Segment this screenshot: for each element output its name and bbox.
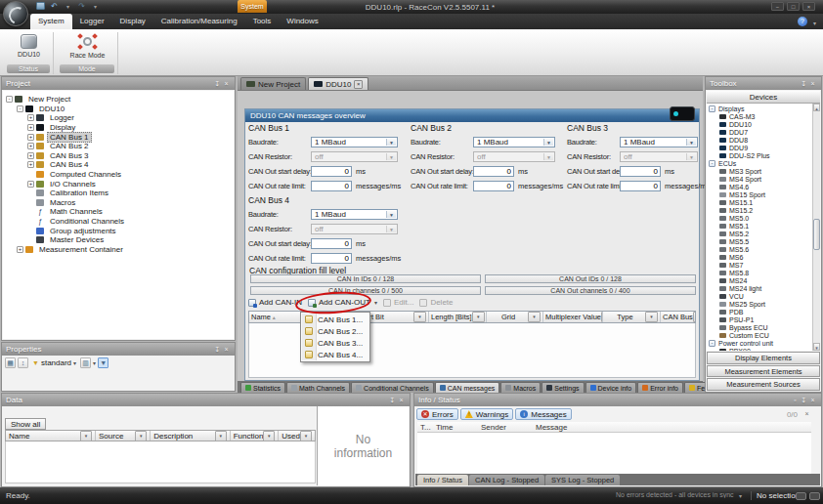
- column-header[interactable]: T...: [417, 422, 433, 432]
- pin-icon[interactable]: [213, 77, 222, 90]
- info-table-body[interactable]: [417, 433, 811, 474]
- tree-item[interactable]: Calibration Items: [3, 189, 234, 198]
- window-control-button[interactable]: □: [787, 2, 800, 11]
- close-icon[interactable]: [808, 394, 817, 406]
- start-delay-input[interactable]: [620, 166, 661, 177]
- device-item[interactable]: PDB: [707, 308, 812, 315]
- category-button[interactable]: Display Elements: [707, 352, 820, 364]
- filter-toggle-button[interactable]: ! Warnings: [460, 408, 514, 420]
- device-tab[interactable]: Macros: [500, 382, 541, 393]
- menu-tab[interactable]: Tools: [245, 14, 280, 29]
- scroll-up-icon[interactable]: [813, 104, 820, 111]
- device-item[interactable]: MS5.1: [707, 222, 812, 230]
- undo-icon[interactable]: [49, 2, 60, 12]
- help-icon[interactable]: ?: [798, 17, 807, 26]
- device-item[interactable]: MS25 Sport: [707, 300, 812, 308]
- tree-item[interactable]: + CAN Bus 3: [3, 151, 234, 161]
- add-can-in-button[interactable]: Add CAN-IN: [248, 298, 302, 307]
- tree-expander-icon[interactable]: +: [27, 124, 34, 131]
- menu-tab[interactable]: Windows: [279, 14, 325, 29]
- toolbox-scrollbar[interactable]: [812, 104, 820, 351]
- tree-item[interactable]: + I/O Channels: [3, 179, 234, 189]
- race-mode-button[interactable]: Race Mode: [58, 34, 117, 59]
- redo-dropdown-icon[interactable]: [90, 2, 101, 12]
- group-expander-icon[interactable]: -: [709, 340, 715, 347]
- menu-item[interactable]: CAN Bus 2...: [302, 325, 368, 337]
- log-tab[interactable]: Info / Status: [417, 475, 468, 485]
- tree-item[interactable]: Macros: [3, 198, 234, 208]
- tree-item[interactable]: + Logger: [3, 113, 234, 123]
- device-tab[interactable]: Statistics: [240, 382, 285, 393]
- device-item[interactable]: - Displays: [707, 105, 812, 112]
- close-icon[interactable]: [808, 77, 817, 90]
- device-item[interactable]: DDU8: [707, 136, 812, 144]
- tree-expander-icon[interactable]: +: [27, 152, 34, 159]
- context-ribbon-tab[interactable]: System: [238, 0, 267, 13]
- baudrate-select[interactable]: 1 MBaud: [311, 137, 398, 147]
- device-item[interactable]: CAS-M3: [707, 112, 812, 120]
- window-control-button[interactable]: −: [771, 2, 784, 11]
- column-header[interactable]: Name: [6, 431, 96, 441]
- filter-select[interactable]: ▼ standard: [30, 358, 78, 367]
- device-tab[interactable]: Device info: [585, 382, 637, 393]
- column-header[interactable]: Sender: [478, 422, 533, 432]
- column-header[interactable]: Multiplexer Value: [543, 312, 603, 322]
- menu-item[interactable]: CAN Bus 1...: [302, 314, 368, 325]
- device-item[interactable]: - Power control unit: [707, 339, 812, 347]
- group-expander-icon[interactable]: -: [709, 160, 715, 167]
- redo-icon[interactable]: [76, 2, 87, 12]
- group-expander-icon[interactable]: -: [709, 105, 715, 112]
- tree-expander-icon[interactable]: +: [27, 143, 34, 149]
- rate-limit-input[interactable]: [311, 253, 352, 264]
- data-table-body[interactable]: [5, 441, 316, 483]
- device-item[interactable]: DDU10: [707, 120, 812, 128]
- device-item[interactable]: VCU: [707, 292, 812, 300]
- tree-item[interactable]: Group adjustments: [3, 226, 234, 235]
- rate-limit-input[interactable]: [620, 181, 661, 191]
- pin-icon[interactable]: [800, 77, 808, 90]
- rate-limit-input[interactable]: [311, 181, 352, 191]
- tree-expander-icon[interactable]: -: [17, 105, 23, 112]
- device-item[interactable]: MS5.2: [707, 230, 812, 237]
- device-item[interactable]: MS5.6: [707, 245, 812, 253]
- tree-expander-icon[interactable]: +: [27, 134, 34, 141]
- tree-item[interactable]: + CAN Bus 1: [3, 132, 234, 142]
- device-tab[interactable]: Math Channels: [286, 382, 350, 393]
- device-item[interactable]: MS7: [707, 261, 812, 269]
- device-item[interactable]: Custom ECU: [707, 331, 812, 339]
- device-tab[interactable]: Conditional Channels: [351, 382, 434, 393]
- tree-expander-icon[interactable]: +: [27, 114, 34, 121]
- filter-toggle-button[interactable]: ✕ Errors: [416, 408, 458, 420]
- show-all-button[interactable]: Show all: [5, 418, 46, 430]
- tree-expander-icon[interactable]: +: [27, 161, 34, 168]
- log-tab[interactable]: SYS Log - Stopped: [545, 475, 620, 485]
- clear-icon[interactable]: [802, 410, 811, 417]
- menu-tab[interactable]: Calibration/Measuring: [153, 14, 245, 29]
- rate-limit-input[interactable]: [473, 181, 514, 191]
- tree-item[interactable]: Computed Channels: [3, 170, 234, 180]
- edit-button[interactable]: Edit...: [383, 298, 413, 307]
- tree-item[interactable]: - DDU10: [3, 105, 234, 114]
- device-item[interactable]: MS15 Sport: [707, 190, 812, 198]
- devices-header-button[interactable]: Devices: [707, 91, 820, 104]
- column-header[interactable]: Time: [433, 422, 478, 432]
- menu-tab[interactable]: Display: [112, 14, 153, 29]
- menu-item[interactable]: CAN Bus 4...: [302, 349, 368, 360]
- device-tab[interactable]: Error info: [637, 382, 683, 393]
- device-item[interactable]: - ECUs: [707, 159, 812, 167]
- column-header[interactable]: Length [Bits]: [429, 312, 487, 322]
- log-tab[interactable]: CAN Log - Stopped: [469, 475, 544, 485]
- device-item[interactable]: MS24 light: [707, 284, 812, 292]
- highlighted-tool-icon[interactable]: ▼: [98, 357, 108, 368]
- categorize-icon[interactable]: ▦: [5, 357, 16, 368]
- category-button[interactable]: Measurement Sources: [707, 378, 820, 391]
- device-item[interactable]: MS15.1: [707, 198, 812, 206]
- device-item[interactable]: MS5.5: [707, 237, 812, 245]
- device-item[interactable]: Bypass ECU: [707, 323, 812, 331]
- device-item[interactable]: MS4 Sport: [707, 175, 812, 183]
- window-position-icon[interactable]: [791, 394, 800, 406]
- device-item[interactable]: MS6: [707, 253, 812, 261]
- tree-expander-icon[interactable]: +: [27, 181, 34, 188]
- pin-icon[interactable]: [388, 394, 397, 406]
- tree-item-label[interactable]: Measurement Container: [36, 244, 126, 255]
